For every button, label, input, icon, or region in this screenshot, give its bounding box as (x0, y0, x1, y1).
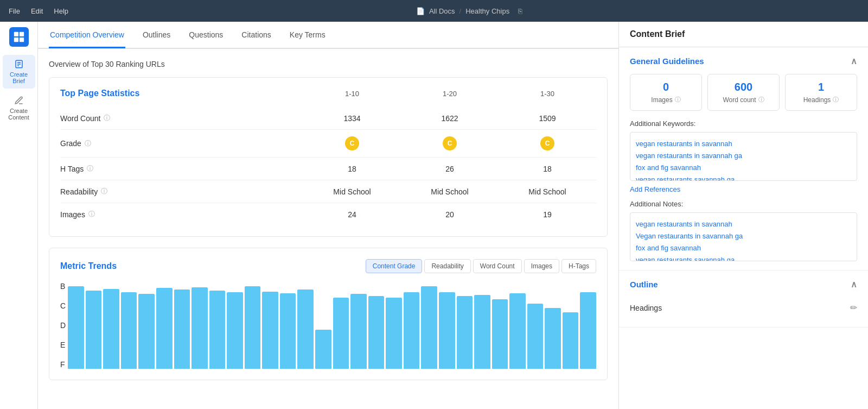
keyword-item: fox and fig savannah (636, 162, 851, 174)
row-label-htags: H Tags ⓘ (60, 164, 303, 173)
document-icon: 📄 (416, 7, 425, 15)
gstat-headings-val: 1 (792, 81, 850, 93)
additional-keywords-box[interactable]: vegan restaurants in savannahvegan resta… (630, 132, 857, 181)
pencil-icon[interactable]: ✏ (850, 303, 857, 313)
chart-bars (68, 282, 596, 369)
images-info-icon[interactable]: ⓘ (88, 210, 95, 219)
outline-headings-row: Headings ✏ (630, 297, 857, 318)
app-logo (9, 27, 29, 47)
outline-title-label: Outline (630, 280, 658, 289)
filter-readability[interactable]: Readability (424, 259, 470, 273)
chart-bar (156, 288, 173, 369)
share-icon[interactable]: ⎘ (518, 7, 522, 15)
word-count-info-icon[interactable]: ⓘ (104, 114, 110, 123)
col-header-1-20: 1-20 (401, 90, 499, 98)
breadcrumb-all-docs[interactable]: All Docs (429, 7, 455, 15)
images-stat-info-icon[interactable]: ⓘ (675, 96, 681, 104)
chart-wrapper: B C D E F (60, 282, 596, 369)
chart-bar (280, 293, 296, 369)
general-guidelines-label: General Guidelines (630, 56, 704, 66)
chart-bar (545, 308, 561, 369)
note-item: vegan restaurants in savannah (636, 218, 851, 230)
chart-bar (138, 294, 155, 369)
table-row: Grade ⓘ C C C (60, 130, 596, 158)
chart-bar (227, 292, 243, 369)
chart-bar (527, 304, 544, 369)
breadcrumb-page: Healthy Chips (465, 7, 509, 15)
outline-headings-label: Headings (630, 304, 662, 312)
chart-bar (386, 298, 402, 369)
grade-badge-2: C (443, 136, 457, 150)
gstat-images-label: Images ⓘ (637, 96, 695, 104)
gstat-headings-label: Headings ⓘ (792, 96, 850, 104)
row-label-readability: Readability ⓘ (60, 187, 303, 196)
chart-bar (333, 298, 349, 369)
keyword-item: vegan restaurants in savannah ga (636, 150, 851, 162)
top-page-stats-card: Top Page Statistics 1-10 1-20 1-30 Word … (49, 77, 608, 237)
chart-bar (492, 299, 508, 369)
chart-bar (580, 292, 596, 369)
headings-stat-info-icon[interactable]: ⓘ (833, 96, 839, 104)
readability-info-icon[interactable]: ⓘ (101, 187, 107, 196)
filter-content-grade[interactable]: Content Grade (366, 259, 423, 273)
main-layout: Create Brief Create Content Competition … (0, 22, 868, 409)
col-header-1-10: 1-10 (303, 90, 401, 98)
readability-val-3: Mid School (499, 187, 596, 196)
general-guidelines-header[interactable]: General Guidelines ∧ (630, 56, 857, 66)
metric-trends-header: Metric Trends Content Grade Readability … (60, 259, 596, 273)
chart-bar (174, 290, 190, 369)
chart-label-c: C (60, 301, 66, 310)
menu-help[interactable]: Help (54, 7, 68, 15)
table-row: Readability ⓘ Mid School Mid School Mid … (60, 180, 596, 203)
readability-val-2: Mid School (401, 187, 499, 196)
tab-key-terms[interactable]: Key Terms (289, 23, 327, 48)
chart-bar (121, 292, 137, 369)
table-row: H Tags ⓘ 18 26 18 (60, 158, 596, 180)
filter-word-count[interactable]: Word Count (473, 259, 522, 273)
additional-notes-box[interactable]: vegan restaurants in savannahVegan resta… (630, 212, 857, 261)
row-label-word-count: Word Count ⓘ (60, 114, 303, 123)
tab-questions[interactable]: Questions (188, 23, 224, 48)
topbar-breadcrumb: 📄 All Docs / Healthy Chips ⎘ (79, 7, 859, 15)
outline-chevron-up-icon: ∧ (851, 279, 857, 290)
chart-bar (474, 295, 490, 369)
sidebar-create-brief[interactable]: Create Brief (3, 55, 35, 89)
tab-competition-overview[interactable]: Competition Overview (49, 23, 125, 48)
svg-rect-3 (19, 37, 23, 42)
gstat-headings: 1 Headings ⓘ (785, 74, 857, 111)
htags-info-icon[interactable]: ⓘ (87, 164, 93, 173)
readability-val-1: Mid School (303, 187, 401, 196)
menu-file[interactable]: File (9, 7, 20, 15)
gstat-word-count-label: Word count ⓘ (714, 96, 773, 104)
images-val-2: 20 (401, 210, 499, 219)
sidebar-create-content[interactable]: Create Content (3, 91, 35, 125)
tab-citations[interactable]: Citations (240, 23, 272, 48)
outline-header[interactable]: Outline ∧ (630, 279, 857, 290)
general-guidelines-section: General Guidelines ∧ 0 Images ⓘ 600 Word… (619, 47, 868, 270)
row-label-grade: Grade ⓘ (60, 139, 303, 148)
chart-bar (457, 296, 473, 369)
metric-trends-card: Metric Trends Content Grade Readability … (49, 248, 608, 380)
chart-bar (563, 312, 579, 369)
word-count-stat-info-icon[interactable]: ⓘ (758, 96, 764, 104)
row-label-images: Images ⓘ (60, 210, 303, 219)
chart-bar (509, 293, 526, 369)
add-references-link[interactable]: Add References (630, 185, 680, 193)
grade-val-3: C (499, 136, 596, 150)
logo-icon (13, 31, 25, 43)
stats-header: Top Page Statistics 1-10 1-20 1-30 (60, 89, 596, 98)
grade-val-1: C (303, 136, 401, 150)
filter-h-tags[interactable]: H-Tags (561, 259, 596, 273)
topbar: File Edit Help 📄 All Docs / Healthy Chip… (0, 0, 868, 22)
chart-label-e: E (60, 341, 66, 349)
filter-images[interactable]: Images (524, 259, 559, 273)
metric-filter-buttons: Content Grade Readability Word Count Ima… (366, 259, 596, 273)
menu-edit[interactable]: Edit (31, 7, 43, 15)
svg-rect-2 (14, 37, 18, 42)
grade-info-icon[interactable]: ⓘ (85, 139, 91, 148)
col-header-1-30: 1-30 (499, 90, 596, 98)
word-count-val-3: 1509 (499, 114, 596, 123)
tab-outlines[interactable]: Outlines (142, 23, 171, 48)
additional-keywords-label: Additional Keywords: (630, 119, 857, 128)
tabs-bar: Competition Overview Outlines Questions … (38, 22, 618, 49)
